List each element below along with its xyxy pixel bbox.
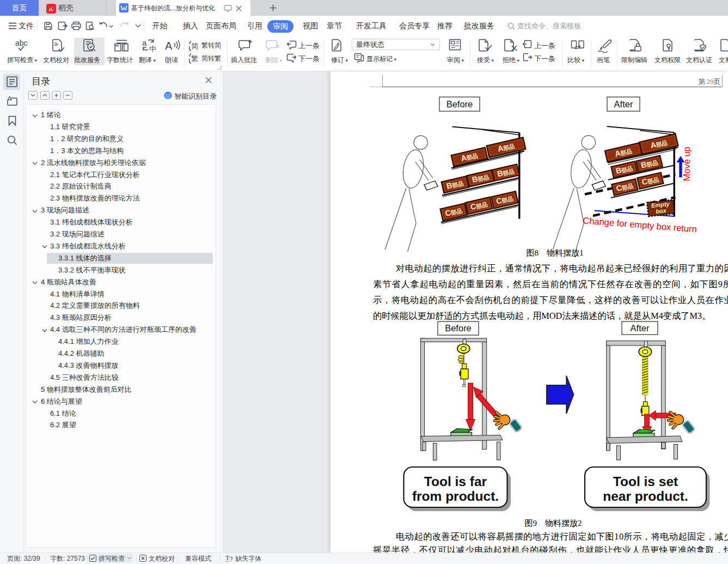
svg-text:Before: Before [446,99,473,109]
svg-text:After: After [614,99,633,109]
svg-text:abc: abc [15,39,28,47]
svg-text:Tool is far: Tool is far [424,474,487,489]
svg-text:Tool is set: Tool is set [613,474,678,489]
svg-text:near product.: near product. [603,489,688,504]
svg-text:T: T [225,554,230,562]
svg-text:Before: Before [445,323,472,333]
svg-text:from product.: from product. [412,489,499,504]
svg-text:a: a [142,38,147,47]
svg-text:A: A [165,40,173,52]
svg-text:box: box [656,207,668,215]
svg-text:中: 中 [149,45,156,53]
svg-text:a-: a- [54,41,59,47]
svg-text:简: 简 [191,42,198,50]
svg-text:繁: 繁 [191,54,198,63]
svg-text:Move up: Move up [682,147,692,181]
svg-text:Change for empty box return: Change for empty box return [583,215,698,234]
svg-text:After: After [631,323,650,333]
svg-text:?: ? [230,556,233,562]
